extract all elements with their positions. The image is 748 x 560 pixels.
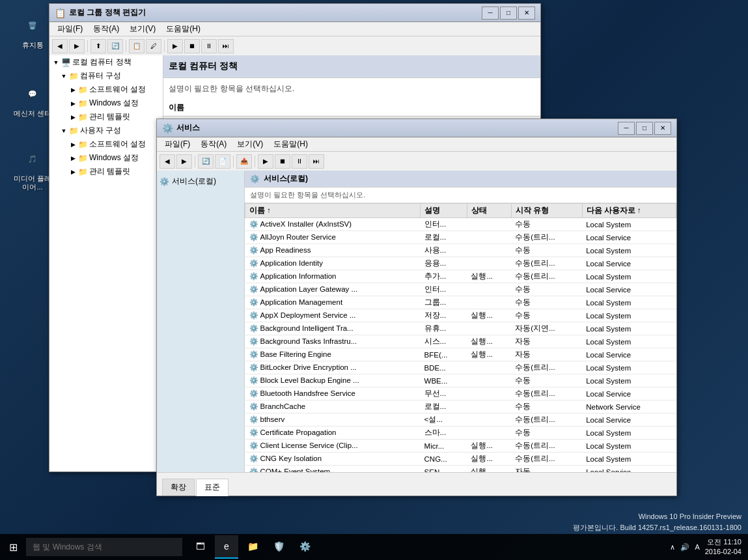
tree-software-settings2[interactable]: ▶ 📁 소프트웨어 설정	[49, 137, 163, 151]
policy-export-button[interactable]: ▶	[167, 39, 183, 53]
services-resume-button[interactable]: ⏭	[309, 154, 324, 169]
policy-next-button[interactable]: ⏭	[218, 39, 234, 53]
tray-volume-icon[interactable]: 🔊	[680, 543, 689, 552]
tray-expand-icon[interactable]: ∧	[670, 543, 675, 552]
policy-stop-button[interactable]: ⏹	[184, 39, 200, 53]
tree-software-settings1[interactable]: ▶ 📁 소프트웨어 설정	[49, 83, 163, 96]
table-row[interactable]: ⚙️Background Intelligent Tra... 유휴... 자동…	[245, 322, 676, 335]
services-export-button[interactable]: 📤	[236, 154, 252, 169]
services-start-button[interactable]: ▶	[258, 154, 273, 169]
policy-toolbar-btn2[interactable]: 🖊	[146, 39, 161, 53]
table-row[interactable]: ⚙️bthserv <설... 수동(트리... Local Service	[245, 413, 676, 427]
table-row[interactable]: ⚙️Base Filtering Engine BFE(... 실행... 자동…	[245, 348, 676, 361]
service-desc: 인터...	[421, 283, 467, 296]
tree-admin-templates1[interactable]: ▶ 📁 관리 템플릿	[49, 110, 163, 124]
col-header-start[interactable]: 시작 유형	[511, 204, 582, 218]
services-menu-file[interactable]: 파일(F)	[159, 137, 195, 151]
table-row[interactable]: ⚙️AllJoyn Router Service 로컬... 수동(트리... …	[245, 231, 676, 244]
services-maximize-button[interactable]: □	[636, 122, 653, 135]
policy-minimize-button[interactable]: ─	[482, 7, 499, 20]
services-stop-button[interactable]: ⏹	[275, 154, 290, 169]
service-user: Local System	[582, 374, 676, 387]
service-user: Local Service	[582, 413, 676, 427]
policy-pause-button[interactable]: ⏸	[201, 39, 217, 53]
services-menu-view[interactable]: 보기(V)	[232, 137, 268, 151]
policy-close-button[interactable]: ✕	[518, 7, 535, 20]
taskbar-store[interactable]: 🛡️	[267, 535, 290, 559]
tree-icon-user: 📁	[69, 126, 78, 135]
table-row[interactable]: ⚙️AppX Deployment Service ... 저장... 실행..…	[245, 309, 676, 322]
recycle-bin-icon: 🗑️	[20, 12, 46, 38]
policy-maximize-button[interactable]: □	[500, 7, 517, 20]
services-properties-button[interactable]: 📄	[215, 154, 230, 169]
table-row[interactable]: ⚙️BranchCache 로컬... 수동 Network Service	[245, 400, 676, 413]
table-row[interactable]: ⚙️ActiveX Installer (AxInstSV) 인터... 수동 …	[245, 218, 676, 231]
tree-windows-settings1[interactable]: ▶ 📁 Windows 설정	[49, 96, 163, 110]
taskbar-search-input[interactable]	[26, 538, 182, 556]
policy-up-button[interactable]: ⬆	[90, 39, 106, 53]
table-row[interactable]: ⚙️Application Identity 응용... 수동(트리... Lo…	[245, 257, 676, 270]
services-left-label: 서비스(로컬)	[172, 176, 216, 187]
table-row[interactable]: ⚙️Application Management 그룹... 수동 Local …	[245, 296, 676, 309]
table-row[interactable]: ⚙️Application Information 추가... 실행... 수동…	[245, 270, 676, 283]
col-header-name[interactable]: 이름 ↑	[245, 204, 421, 218]
table-row[interactable]: ⚙️Background Tasks Infrastru... 시스... 실행…	[245, 335, 676, 348]
taskbar-explorer[interactable]: 📁	[241, 535, 264, 559]
services-menu-action[interactable]: 동작(A)	[195, 137, 232, 151]
col-header-status[interactable]: 상태	[467, 204, 511, 218]
service-status: 실행...	[467, 466, 511, 473]
services-close-button[interactable]: ✕	[654, 122, 671, 135]
taskbar-settings[interactable]: ⚙️	[293, 535, 316, 559]
watermark-line1: Windows 10 Pro Insider Preview	[573, 511, 741, 522]
service-desc: 추가...	[421, 270, 467, 283]
tray-ime-icon[interactable]: A	[695, 543, 699, 551]
policy-menu-file[interactable]: 파일(F)	[52, 22, 88, 36]
services-menu-help[interactable]: 도움말(H)	[268, 137, 313, 151]
tree-windows-settings2[interactable]: ▶ 📁 Windows 설정	[49, 151, 163, 165]
service-name: ⚙️Background Intelligent Tra...	[245, 322, 421, 335]
table-row[interactable]: ⚙️App Readiness 사용... 수동 Local System	[245, 244, 676, 257]
policy-menu-help[interactable]: 도움말(H)	[161, 22, 206, 36]
services-refresh-button[interactable]: 🔄	[198, 154, 214, 169]
services-pause-button[interactable]: ⏸	[292, 154, 307, 169]
taskbar-task-view[interactable]: 🗔	[189, 535, 212, 559]
tree-admin-templates2[interactable]: ▶ 📁 관리 템플릿	[49, 165, 163, 178]
service-user: Local System	[582, 309, 676, 322]
service-desc: 그룹...	[421, 296, 467, 309]
policy-forward-button[interactable]: ▶	[69, 39, 85, 53]
tab-standard[interactable]: 표준	[196, 479, 229, 496]
services-forward-button[interactable]: ▶	[176, 154, 192, 169]
table-row[interactable]: ⚙️Bluetooth Handsfree Service 무선... 수동(트…	[245, 387, 676, 400]
col-header-user[interactable]: 다음 사용자로 ↑	[582, 204, 676, 218]
table-row[interactable]: ⚙️Block Level Backup Engine ... WBE... 수…	[245, 374, 676, 387]
policy-menu-view[interactable]: 보기(V)	[124, 22, 161, 36]
table-row[interactable]: ⚙️Client License Service (Clip... Micr..…	[245, 440, 676, 453]
service-start: 수동	[511, 218, 582, 231]
policy-refresh-button[interactable]: 🔄	[107, 39, 123, 53]
tree-user-config[interactable]: ▼ 📁 사용자 구성	[49, 124, 163, 137]
table-row[interactable]: ⚙️CNG Key Isolation CNG... 실행... 수동(트리..…	[245, 453, 676, 466]
policy-menu-action[interactable]: 동작(A)	[88, 22, 124, 36]
services-scroll-area[interactable]: 이름 ↑ 설명 상태 시작 유형 다음 사용자로 ↑ ⚙️ActiveX Ins…	[245, 203, 676, 472]
tab-expand[interactable]: 확장	[162, 479, 195, 496]
policy-back-button[interactable]: ◀	[52, 39, 68, 53]
col-header-desc[interactable]: 설명	[421, 204, 467, 218]
service-name: ⚙️CNG Key Isolation	[245, 453, 421, 466]
taskbar-edge[interactable]: e	[215, 535, 238, 559]
table-row[interactable]: ⚙️BitLocker Drive Encryption ... BDE... …	[245, 361, 676, 374]
tree-computer-config[interactable]: ▼ 📁 컴퓨터 구성	[49, 69, 163, 83]
services-minimize-button[interactable]: ─	[618, 122, 635, 135]
start-button[interactable]: ⊞	[0, 534, 26, 560]
services-back-button[interactable]: ◀	[159, 154, 175, 169]
service-start: 수동(트리...	[511, 257, 582, 270]
services-toolbar: ◀ ▶ 🔄 📄 📤 ▶ ⏹ ⏸ ⏭	[157, 152, 676, 171]
policy-toolbar-btn1[interactable]: 📋	[129, 39, 145, 53]
table-row[interactable]: ⚙️COM+ Event System SEN... 실행... 자동 Loca…	[245, 466, 676, 473]
service-status	[467, 244, 511, 257]
tree-label-ws1: Windows 설정	[89, 98, 139, 109]
tree-root[interactable]: ▼ 🖥️ 로컬 컴퓨터 정책	[49, 55, 163, 69]
taskbar-clock[interactable]: 오전 11:10 2016-02-04	[705, 537, 741, 557]
service-start: 수동(트리...	[511, 413, 582, 427]
table-row[interactable]: ⚙️Application Layer Gateway ... 인터... 수동…	[245, 283, 676, 296]
table-row[interactable]: ⚙️Certificate Propagation 스마... 수동 Local…	[245, 427, 676, 440]
